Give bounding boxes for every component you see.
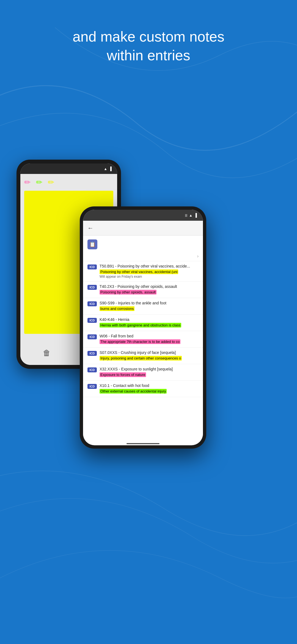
pink-highlighter-icon[interactable]: ✏ bbox=[24, 178, 31, 187]
delete-icon[interactable]: 🗑 bbox=[43, 348, 51, 358]
note-item-header: ICDK40-K46 - HerniaHernia with both gang… bbox=[87, 317, 199, 328]
home-indicator-area bbox=[83, 443, 203, 444]
app-header: ← bbox=[83, 221, 203, 236]
note-highlight-text: burns and corrosions bbox=[100, 306, 134, 311]
notes-section-header: 📋 bbox=[83, 236, 203, 252]
phone-front: ||| ▲ ▐ ← 📋 › ICDT50.B91 - Poi bbox=[80, 206, 206, 449]
note-highlight-text: Exposure to forces of nature bbox=[100, 372, 146, 377]
note-item-header: ICDS90-S99 - Injuries to the ankle and f… bbox=[87, 301, 199, 312]
note-item-header: ICDS07.0XXS - Crushing injury of face [s… bbox=[87, 350, 199, 361]
icd-badge: ICD bbox=[87, 264, 97, 269]
note-highlight-text: Hernia with both gangrene and obstructio… bbox=[100, 323, 181, 328]
note-item-title: T40.2X3 - Poisoning by other opioids, as… bbox=[100, 284, 199, 289]
note-item-title: T50.B91 - Poisoning by other viral vacci… bbox=[100, 264, 199, 268]
note-item-header: ICDT50.B91 - Poisoning by other viral va… bbox=[87, 264, 199, 279]
note-highlight-text: Poisoning by other viral vaccines, accid… bbox=[100, 269, 178, 274]
note-list-item[interactable]: ICDX10.1 - Contact with hot foodOther ex… bbox=[83, 381, 203, 397]
battery-icon: ▐ bbox=[194, 213, 197, 217]
wifi-icon: ▲ bbox=[104, 167, 107, 171]
note-list-item[interactable]: ICDW06 - Fall from bedThe appropriate 7t… bbox=[83, 331, 203, 348]
note-item-content: T40.2X3 - Poisoning by other opioids, as… bbox=[100, 284, 199, 295]
note-highlight-text: The appropriate 7th character is to be a… bbox=[100, 339, 180, 344]
note-item-title: S07.0XXS - Crushing injury of face [sequ… bbox=[100, 350, 199, 355]
hero-subtitle: and make custom noteswithin entries bbox=[0, 28, 297, 65]
note-item-header: ICDX10.1 - Contact with hot foodOther ex… bbox=[87, 383, 199, 394]
note-highlight-text: Poisoning by other opioids, assault bbox=[100, 290, 156, 294]
note-highlight-text: Other external causes of accidental inju… bbox=[100, 389, 167, 394]
icd-badge: ICD bbox=[87, 318, 97, 323]
note-list-item[interactable]: ICDT40.2X3 - Poisoning by other opioids,… bbox=[83, 282, 203, 298]
note-list-item[interactable]: ICDT50.B91 - Poisoning by other viral va… bbox=[83, 261, 203, 282]
note-list-item[interactable]: ICDS90-S99 - Injuries to the ankle and f… bbox=[83, 298, 203, 315]
highlighter-tools: ✏ ✏ ✏ bbox=[24, 178, 113, 187]
note-item-title: S90-S99 - Injuries to the ankle and foot bbox=[100, 301, 199, 305]
note-item-header: ICDX32.XXXS - Exposure to sunlight [sequ… bbox=[87, 367, 199, 378]
icd-badge: ICD bbox=[87, 301, 97, 306]
note-item-title: W06 - Fall from bed bbox=[100, 334, 199, 338]
yellow-highlighter-icon[interactable]: ✏ bbox=[48, 178, 54, 187]
back-arrow-icon[interactable]: ← bbox=[87, 225, 94, 232]
signal-icon: ||| bbox=[185, 214, 188, 217]
icd-badge: ICD bbox=[87, 351, 97, 356]
note-item-content: X10.1 - Contact with hot foodOther exter… bbox=[100, 383, 199, 394]
phone-front-screen: ||| ▲ ▐ ← 📋 › ICDT50.B91 - Poi bbox=[83, 210, 203, 445]
note-item-title: K40-K46 - Hernia bbox=[100, 317, 199, 322]
note-item-content: S07.0XXS - Crushing injury of face [sequ… bbox=[100, 350, 199, 361]
battery-icon: ▐ bbox=[109, 167, 112, 171]
note-list-item[interactable]: ICDX32.XXXS - Exposure to sunlight [sequ… bbox=[83, 364, 203, 381]
note-item-content: X32.XXXS - Exposure to sunlight [sequela… bbox=[100, 367, 199, 378]
note-item-title: X32.XXXS - Exposure to sunlight [sequela… bbox=[100, 367, 199, 371]
note-item-content: K40-K46 - HerniaHernia with both gangren… bbox=[100, 317, 199, 328]
notes-list: ICDT50.B91 - Poisoning by other viral va… bbox=[83, 261, 203, 442]
phone-back-status-bar: ▲ ▐ bbox=[20, 163, 117, 174]
icd-badge: ICD bbox=[87, 334, 97, 339]
notes-icon: 📋 bbox=[87, 239, 97, 249]
note-item-content: S90-S99 - Injuries to the ankle and foot… bbox=[100, 301, 199, 312]
note-item-content: T50.B91 - Poisoning by other viral vacci… bbox=[100, 264, 199, 279]
filter-chevron-icon: › bbox=[197, 254, 199, 259]
phone-back-status-icons: ▲ ▐ bbox=[104, 167, 112, 171]
note-list-item[interactable]: ICDS07.0XXS - Crushing injury of face [s… bbox=[83, 348, 203, 364]
green-highlighter-icon[interactable]: ✏ bbox=[36, 178, 42, 187]
note-item-note: Will appear on Friday's exam bbox=[100, 275, 199, 279]
note-item-content: W06 - Fall from bedThe appropriate 7th c… bbox=[100, 334, 199, 345]
filter-row[interactable]: › bbox=[83, 252, 203, 261]
note-item-header: ICDW06 - Fall from bedThe appropriate 7t… bbox=[87, 334, 199, 345]
hero-section: and make custom noteswithin entries bbox=[0, 25, 297, 65]
front-status-icons: ||| ▲ ▐ bbox=[185, 213, 197, 217]
note-item-header: ICDT40.2X3 - Poisoning by other opioids,… bbox=[87, 284, 199, 295]
icd-badge: ICD bbox=[87, 384, 97, 389]
front-status-bar: ||| ▲ ▐ bbox=[83, 210, 203, 221]
note-list-item[interactable]: ICDK40-K46 - HerniaHernia with both gang… bbox=[83, 315, 203, 331]
home-indicator bbox=[127, 443, 160, 444]
note-item-title: X10.1 - Contact with hot food bbox=[100, 383, 199, 388]
wifi-icon: ▲ bbox=[189, 213, 193, 217]
icd-badge: ICD bbox=[87, 367, 97, 372]
note-highlight-text: Injury, poisoning and certain other cons… bbox=[100, 356, 182, 361]
icd-badge: ICD bbox=[87, 285, 97, 290]
